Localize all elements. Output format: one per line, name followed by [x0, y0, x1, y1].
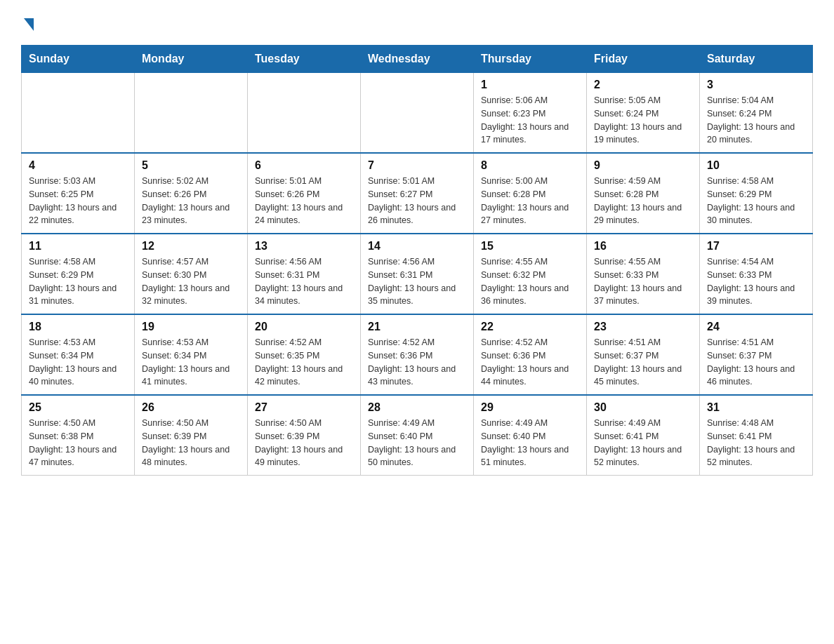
calendar-cell [248, 73, 361, 154]
calendar-cell: 2Sunrise: 5:05 AM Sunset: 6:24 PM Daylig… [587, 73, 700, 154]
day-number: 12 [142, 240, 240, 253]
calendar-cell: 27Sunrise: 4:50 AM Sunset: 6:39 PM Dayli… [248, 395, 361, 476]
day-number: 9 [594, 159, 692, 172]
day-number: 31 [707, 401, 805, 414]
day-number: 14 [368, 240, 466, 253]
day-info: Sunrise: 4:52 AM Sunset: 6:36 PM Dayligh… [481, 336, 579, 389]
calendar-header-row: SundayMondayTuesdayWednesdayThursdayFrid… [22, 46, 813, 73]
calendar-cell: 21Sunrise: 4:52 AM Sunset: 6:36 PM Dayli… [361, 314, 474, 395]
day-info: Sunrise: 5:04 AM Sunset: 6:24 PM Dayligh… [707, 94, 805, 147]
day-number: 13 [255, 240, 353, 253]
day-info: Sunrise: 5:06 AM Sunset: 6:23 PM Dayligh… [481, 94, 579, 147]
day-info: Sunrise: 4:53 AM Sunset: 6:34 PM Dayligh… [29, 336, 127, 389]
calendar-week-row: 11Sunrise: 4:58 AM Sunset: 6:29 PM Dayli… [22, 234, 813, 314]
calendar-cell [135, 73, 248, 154]
day-info: Sunrise: 4:49 AM Sunset: 6:40 PM Dayligh… [368, 417, 466, 469]
day-number: 18 [29, 321, 127, 333]
column-header-tuesday: Tuesday [248, 46, 361, 73]
day-number: 5 [142, 159, 240, 172]
day-number: 25 [29, 401, 127, 414]
day-number: 3 [707, 79, 805, 91]
day-number: 16 [594, 240, 692, 253]
logo-triangle-icon [24, 18, 34, 31]
calendar-week-row: 1Sunrise: 5:06 AM Sunset: 6:23 PM Daylig… [22, 73, 813, 154]
day-info: Sunrise: 4:59 AM Sunset: 6:28 PM Dayligh… [594, 175, 692, 227]
calendar-cell: 18Sunrise: 4:53 AM Sunset: 6:34 PM Dayli… [22, 314, 135, 395]
calendar-cell: 13Sunrise: 4:56 AM Sunset: 6:31 PM Dayli… [248, 234, 361, 314]
day-info: Sunrise: 4:56 AM Sunset: 6:31 PM Dayligh… [368, 255, 466, 308]
day-number: 30 [594, 401, 692, 414]
calendar-cell: 9Sunrise: 4:59 AM Sunset: 6:28 PM Daylig… [587, 153, 700, 234]
logo [21, 14, 34, 31]
day-number: 29 [481, 401, 579, 414]
calendar-table: SundayMondayTuesdayWednesdayThursdayFrid… [21, 45, 813, 476]
day-number: 15 [481, 240, 579, 253]
day-info: Sunrise: 4:48 AM Sunset: 6:41 PM Dayligh… [707, 417, 805, 469]
calendar-cell: 17Sunrise: 4:54 AM Sunset: 6:33 PM Dayli… [700, 234, 813, 314]
day-info: Sunrise: 4:49 AM Sunset: 6:41 PM Dayligh… [594, 417, 692, 469]
column-header-friday: Friday [587, 46, 700, 73]
day-info: Sunrise: 4:52 AM Sunset: 6:36 PM Dayligh… [368, 336, 466, 389]
calendar-cell: 3Sunrise: 5:04 AM Sunset: 6:24 PM Daylig… [700, 73, 813, 154]
day-info: Sunrise: 4:53 AM Sunset: 6:34 PM Dayligh… [142, 336, 240, 389]
calendar-cell: 6Sunrise: 5:01 AM Sunset: 6:26 PM Daylig… [248, 153, 361, 234]
column-header-sunday: Sunday [22, 46, 135, 73]
day-info: Sunrise: 4:57 AM Sunset: 6:30 PM Dayligh… [142, 255, 240, 308]
day-number: 7 [368, 159, 466, 172]
calendar-cell: 22Sunrise: 4:52 AM Sunset: 6:36 PM Dayli… [474, 314, 587, 395]
day-info: Sunrise: 5:05 AM Sunset: 6:24 PM Dayligh… [594, 94, 692, 147]
calendar-cell: 7Sunrise: 5:01 AM Sunset: 6:27 PM Daylig… [361, 153, 474, 234]
calendar-week-row: 18Sunrise: 4:53 AM Sunset: 6:34 PM Dayli… [22, 314, 813, 395]
day-number: 4 [29, 159, 127, 172]
day-info: Sunrise: 4:51 AM Sunset: 6:37 PM Dayligh… [594, 336, 692, 389]
calendar-cell: 5Sunrise: 5:02 AM Sunset: 6:26 PM Daylig… [135, 153, 248, 234]
calendar-cell: 31Sunrise: 4:48 AM Sunset: 6:41 PM Dayli… [700, 395, 813, 476]
day-number: 8 [481, 159, 579, 172]
day-info: Sunrise: 5:00 AM Sunset: 6:28 PM Dayligh… [481, 175, 579, 227]
calendar-cell [361, 73, 474, 154]
day-info: Sunrise: 4:56 AM Sunset: 6:31 PM Dayligh… [255, 255, 353, 308]
day-info: Sunrise: 4:49 AM Sunset: 6:40 PM Dayligh… [481, 417, 579, 469]
calendar-cell: 26Sunrise: 4:50 AM Sunset: 6:39 PM Dayli… [135, 395, 248, 476]
calendar-cell: 20Sunrise: 4:52 AM Sunset: 6:35 PM Dayli… [248, 314, 361, 395]
day-number: 2 [594, 79, 692, 91]
day-number: 10 [707, 159, 805, 172]
calendar-cell: 14Sunrise: 4:56 AM Sunset: 6:31 PM Dayli… [361, 234, 474, 314]
day-number: 26 [142, 401, 240, 414]
column-header-monday: Monday [135, 46, 248, 73]
calendar-week-row: 4Sunrise: 5:03 AM Sunset: 6:25 PM Daylig… [22, 153, 813, 234]
day-info: Sunrise: 5:03 AM Sunset: 6:25 PM Dayligh… [29, 175, 127, 227]
day-info: Sunrise: 4:50 AM Sunset: 6:38 PM Dayligh… [29, 417, 127, 469]
column-header-saturday: Saturday [700, 46, 813, 73]
day-info: Sunrise: 4:54 AM Sunset: 6:33 PM Dayligh… [707, 255, 805, 308]
day-number: 28 [368, 401, 466, 414]
day-info: Sunrise: 4:52 AM Sunset: 6:35 PM Dayligh… [255, 336, 353, 389]
day-info: Sunrise: 5:02 AM Sunset: 6:26 PM Dayligh… [142, 175, 240, 227]
day-info: Sunrise: 4:55 AM Sunset: 6:32 PM Dayligh… [481, 255, 579, 308]
day-number: 27 [255, 401, 353, 414]
calendar-cell: 30Sunrise: 4:49 AM Sunset: 6:41 PM Dayli… [587, 395, 700, 476]
day-info: Sunrise: 4:50 AM Sunset: 6:39 PM Dayligh… [142, 417, 240, 469]
day-number: 17 [707, 240, 805, 253]
day-number: 22 [481, 321, 579, 333]
calendar-cell: 23Sunrise: 4:51 AM Sunset: 6:37 PM Dayli… [587, 314, 700, 395]
day-info: Sunrise: 4:58 AM Sunset: 6:29 PM Dayligh… [707, 175, 805, 227]
day-info: Sunrise: 5:01 AM Sunset: 6:26 PM Dayligh… [255, 175, 353, 227]
day-info: Sunrise: 4:55 AM Sunset: 6:33 PM Dayligh… [594, 255, 692, 308]
calendar-cell: 10Sunrise: 4:58 AM Sunset: 6:29 PM Dayli… [700, 153, 813, 234]
calendar-cell: 24Sunrise: 4:51 AM Sunset: 6:37 PM Dayli… [700, 314, 813, 395]
calendar-cell: 29Sunrise: 4:49 AM Sunset: 6:40 PM Dayli… [474, 395, 587, 476]
day-info: Sunrise: 4:51 AM Sunset: 6:37 PM Dayligh… [707, 336, 805, 389]
calendar-cell: 4Sunrise: 5:03 AM Sunset: 6:25 PM Daylig… [22, 153, 135, 234]
calendar-cell: 8Sunrise: 5:00 AM Sunset: 6:28 PM Daylig… [474, 153, 587, 234]
day-number: 20 [255, 321, 353, 333]
day-info: Sunrise: 4:50 AM Sunset: 6:39 PM Dayligh… [255, 417, 353, 469]
day-number: 19 [142, 321, 240, 333]
day-number: 6 [255, 159, 353, 172]
calendar-week-row: 25Sunrise: 4:50 AM Sunset: 6:38 PM Dayli… [22, 395, 813, 476]
calendar-cell: 1Sunrise: 5:06 AM Sunset: 6:23 PM Daylig… [474, 73, 587, 154]
day-number: 11 [29, 240, 127, 253]
calendar-cell: 11Sunrise: 4:58 AM Sunset: 6:29 PM Dayli… [22, 234, 135, 314]
calendar-cell: 28Sunrise: 4:49 AM Sunset: 6:40 PM Dayli… [361, 395, 474, 476]
calendar-cell: 15Sunrise: 4:55 AM Sunset: 6:32 PM Dayli… [474, 234, 587, 314]
